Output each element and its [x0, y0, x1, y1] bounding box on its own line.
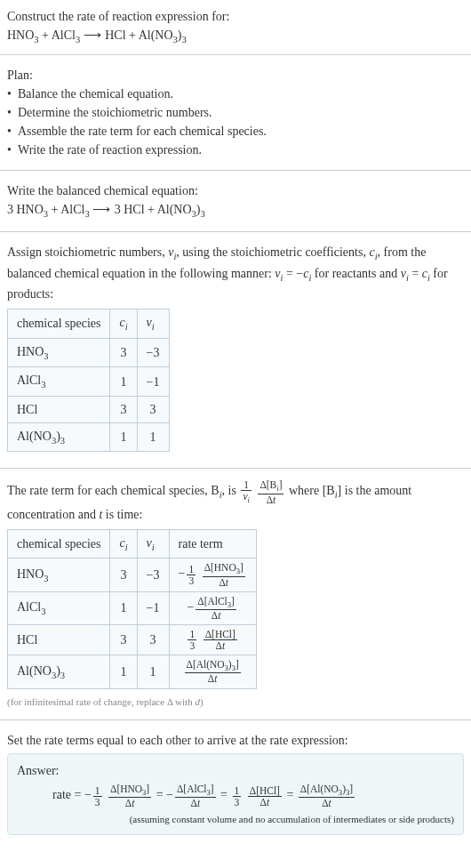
- cell-species: Al(NO3)3: [8, 422, 110, 452]
- cell-species: HCl: [8, 396, 110, 422]
- balanced-label: Write the balanced chemical equation:: [7, 181, 464, 200]
- table-row: HNO33−3−13 Δ[HNO3]Δt: [8, 559, 257, 591]
- cell-ci: 1: [110, 367, 137, 397]
- final-label: Set the rate terms equal to each other t…: [7, 731, 464, 750]
- col-vi: νi: [137, 309, 169, 339]
- col-vi: νi: [137, 529, 169, 559]
- table-row: Al(NO3)311: [8, 422, 170, 452]
- cell-vi: 1: [137, 655, 169, 688]
- bullet-icon: •: [7, 103, 18, 122]
- assign-text: Assign stoichiometric numbers, νi, using…: [7, 243, 464, 303]
- cell-species: HNO3: [8, 338, 110, 367]
- plan-item: •Determine the stoichiometric numbers.: [7, 103, 464, 122]
- plan-section: Plan: •Balance the chemical equation. •D…: [0, 54, 471, 170]
- question-title: Construct the rate of reaction expressio…: [7, 7, 464, 26]
- cell-vi: −3: [137, 559, 169, 591]
- cell-ci: 1: [110, 655, 137, 688]
- col-ci: ci: [110, 309, 137, 339]
- cell-vi: −3: [137, 338, 169, 367]
- rateterm-footnote: (for infinitesimal rate of change, repla…: [7, 695, 464, 710]
- answer-footnote: (assuming constant volume and no accumul…: [17, 812, 454, 827]
- cell-vi: 3: [137, 396, 169, 422]
- cell-rateterm: 13 Δ[HCl]Δt: [169, 625, 256, 655]
- bullet-icon: •: [7, 122, 18, 141]
- col-species: chemical species: [8, 309, 110, 339]
- table-header-row: chemical species ci νi: [8, 309, 170, 339]
- cell-species: AlCl3: [8, 591, 110, 624]
- cell-vi: 1: [137, 422, 169, 452]
- plan-label: Plan:: [7, 66, 464, 84]
- col-rateterm: rate term: [169, 529, 256, 559]
- cell-vi: −1: [137, 591, 169, 624]
- plan-item: •Balance the chemical equation.: [7, 84, 464, 103]
- rateterm-text: The rate term for each chemical species,…: [7, 479, 464, 523]
- table-row: AlCl31−1: [8, 367, 170, 397]
- plan-item: •Write the rate of reaction expression.: [7, 141, 464, 159]
- cell-ci: 1: [110, 591, 137, 624]
- plan-list: •Balance the chemical equation. •Determi…: [7, 84, 464, 159]
- cell-species: Al(NO3)3: [8, 655, 110, 688]
- plan-item-text: Write the rate of reaction expression.: [18, 141, 202, 159]
- col-ci: ci: [110, 529, 137, 559]
- cell-ci: 3: [110, 396, 137, 422]
- table-row: HCl33: [8, 396, 170, 422]
- rateterm-section: The rate term for each chemical species,…: [0, 468, 471, 719]
- table-row: HCl3313 Δ[HCl]Δt: [8, 625, 257, 655]
- cell-rateterm: Δ[Al(NO3)3]Δt: [169, 655, 256, 688]
- table-row: Al(NO3)311Δ[Al(NO3)3]Δt: [8, 655, 257, 688]
- table-row: AlCl31−1−Δ[AlCl3]Δt: [8, 591, 257, 624]
- stoich-table: chemical species ci νi HNO33−3 AlCl31−1 …: [7, 309, 170, 452]
- balanced-section: Write the balanced chemical equation: 3 …: [0, 170, 471, 232]
- cell-ci: 3: [110, 559, 137, 591]
- cell-rateterm: −Δ[AlCl3]Δt: [169, 591, 256, 624]
- question-block: Construct the rate of reaction expressio…: [0, 0, 471, 54]
- table-row: HNO33−3: [8, 338, 170, 367]
- plan-item-text: Assemble the rate term for each chemical…: [18, 122, 267, 141]
- final-section: Set the rate terms equal to each other t…: [0, 719, 471, 846]
- cell-species: HCl: [8, 625, 110, 655]
- plan-item-text: Determine the stoichiometric numbers.: [18, 103, 212, 122]
- cell-vi: 3: [137, 625, 169, 655]
- rateterm-table: chemical species ci νi rate term HNO33−3…: [7, 529, 257, 689]
- rate-expression: rate = −13 Δ[HNO3]Δt = −Δ[AlCl3]Δt = 13 …: [17, 784, 454, 808]
- col-species: chemical species: [8, 529, 110, 559]
- cell-species: HNO3: [8, 559, 110, 591]
- cell-ci: 3: [110, 338, 137, 367]
- cell-vi: −1: [137, 367, 169, 397]
- plan-item-text: Balance the chemical equation.: [18, 84, 173, 103]
- table-header-row: chemical species ci νi rate term: [8, 529, 257, 559]
- cell-ci: 1: [110, 422, 137, 452]
- unbalanced-equation: HNO3 + AlCl3 ⟶ HCl + Al(NO3)3: [7, 26, 464, 47]
- cell-species: AlCl3: [8, 367, 110, 397]
- bullet-icon: •: [7, 84, 18, 103]
- plan-item: •Assemble the rate term for each chemica…: [7, 122, 464, 141]
- balanced-equation: 3 HNO3 + AlCl3 ⟶ 3 HCl + Al(NO3)3: [7, 200, 464, 221]
- answer-box: Answer: rate = −13 Δ[HNO3]Δt = −Δ[AlCl3]…: [7, 753, 464, 835]
- answer-label: Answer:: [17, 761, 454, 780]
- cell-ci: 3: [110, 625, 137, 655]
- assign-section: Assign stoichiometric numbers, νi, using…: [0, 231, 471, 468]
- cell-rateterm: −13 Δ[HNO3]Δt: [169, 559, 256, 591]
- bullet-icon: •: [7, 141, 18, 159]
